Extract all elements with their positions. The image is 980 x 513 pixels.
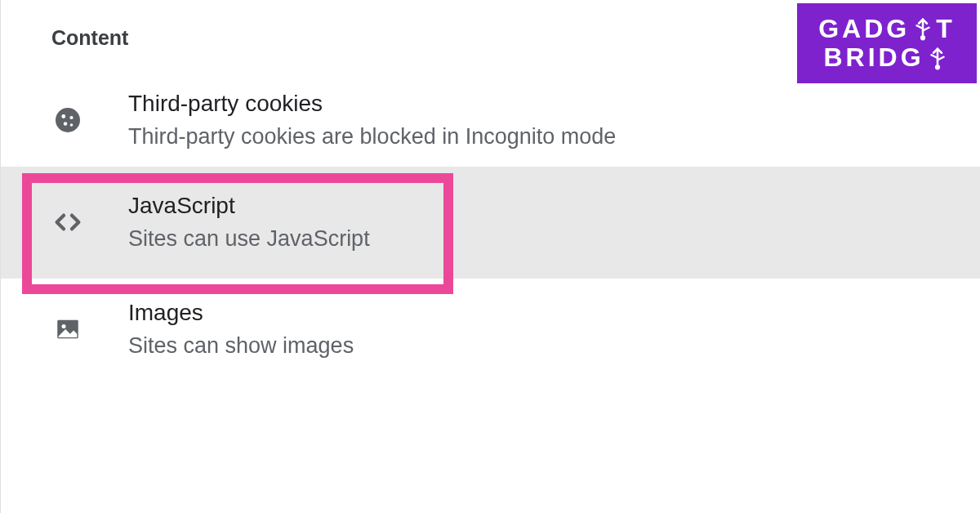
svg-point-10: [921, 37, 924, 40]
javascript-title: JavaScript: [128, 191, 370, 221]
javascript-highlight-band: JavaScript Sites can use JavaScript: [1, 167, 980, 279]
svg-point-6: [61, 324, 65, 328]
svg-point-0: [56, 108, 80, 132]
javascript-text: JavaScript Sites can use JavaScript: [128, 191, 370, 254]
svg-point-14: [936, 65, 939, 69]
svg-point-2: [69, 116, 73, 119]
cookies-title: Third-party cookies: [128, 89, 616, 118]
gadget-bridge-logo: GADG T BRIDG: [797, 3, 977, 83]
images-text: Images Sites can show images: [128, 298, 354, 361]
images-desc: Sites can show images: [128, 331, 354, 360]
images-title: Images: [128, 298, 354, 328]
cookies-row[interactable]: Third-party cookies Third-party cookies …: [1, 74, 980, 167]
usb-icon: [911, 16, 935, 41]
cookie-icon: [51, 104, 84, 136]
svg-point-1: [61, 115, 65, 119]
images-row[interactable]: Images Sites can show images: [1, 283, 980, 376]
javascript-desc: Sites can use JavaScript: [128, 224, 370, 253]
code-icon: [51, 206, 84, 239]
svg-point-3: [64, 123, 68, 127]
cookies-text: Third-party cookies Third-party cookies …: [128, 89, 616, 152]
logo-text-1b: T: [936, 15, 956, 43]
svg-point-4: [70, 124, 74, 127]
logo-text-2: BRIDG: [823, 43, 924, 72]
usb-icon: [925, 46, 950, 70]
image-icon: [51, 313, 84, 346]
logo-text-1a: GADG: [818, 15, 910, 43]
cookies-desc: Third-party cookies are blocked in Incog…: [128, 122, 616, 151]
javascript-row[interactable]: JavaScript Sites can use JavaScript: [1, 191, 980, 254]
